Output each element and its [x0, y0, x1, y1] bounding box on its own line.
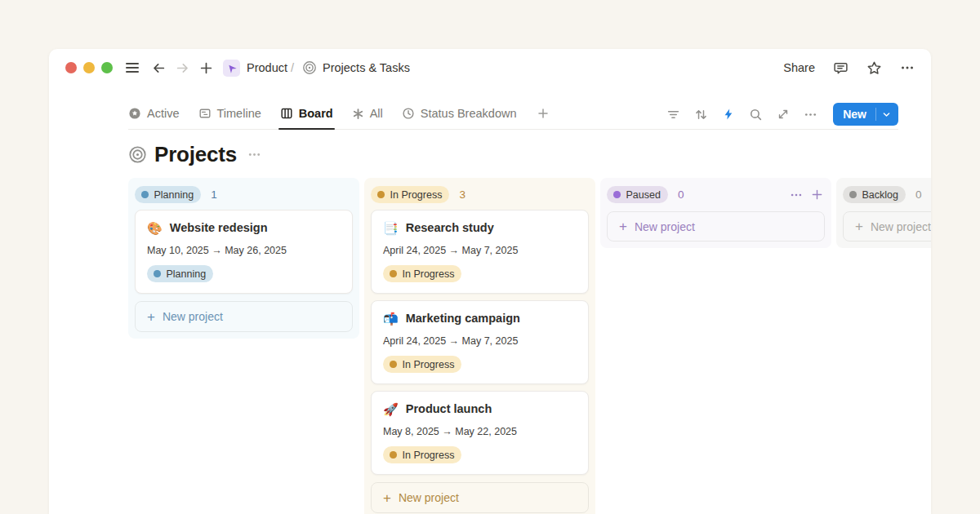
new-page-icon[interactable]: [199, 61, 213, 75]
status-dot: [377, 191, 385, 198]
plus-icon: +: [619, 219, 627, 233]
new-button[interactable]: New: [833, 103, 898, 126]
target-icon: [302, 60, 317, 75]
new-project-label: New project: [163, 310, 223, 323]
new-project-button[interactable]: + New project: [607, 211, 825, 241]
favorite-star-icon[interactable]: [866, 60, 882, 76]
sidebar-toggle-icon[interactable]: [126, 63, 139, 73]
status-pill-paused[interactable]: Paused: [607, 186, 668, 203]
chevron-down-icon[interactable]: [882, 110, 891, 119]
tab-board[interactable]: Board: [280, 100, 333, 129]
status-pill-planning[interactable]: Planning: [135, 186, 201, 203]
app-window: Product / Projects & Tasks Share Active: [49, 49, 931, 514]
tab-label: Status Breakdown: [421, 107, 517, 120]
breadcrumb-workspace[interactable]: Product: [247, 61, 287, 74]
card-status-badge: In Progress: [383, 446, 461, 463]
tab-label: Board: [299, 107, 333, 120]
clock-icon: [402, 107, 415, 120]
card-status-badge: Planning: [147, 265, 213, 282]
status-label: In Progress: [403, 450, 455, 461]
tab-label: Active: [147, 107, 180, 120]
column-header: Paused 0: [600, 178, 831, 203]
new-project-label: New project: [871, 220, 931, 233]
column-in-progress: In Progress 3 📑 Research study April 24,…: [364, 178, 595, 514]
traffic-lights: [65, 62, 113, 73]
new-project-button[interactable]: + New project: [843, 211, 931, 241]
status-dot: [390, 451, 397, 459]
add-view-icon[interactable]: [537, 100, 550, 129]
card-title: Marketing campaign: [406, 312, 520, 325]
sort-icon[interactable]: [694, 108, 708, 122]
status-pill-in-progress[interactable]: In Progress: [371, 186, 449, 203]
palette-icon: 🎨: [147, 222, 163, 234]
column-header: Backlog 0: [836, 178, 931, 203]
column-backlog: Backlog 0 + New project: [836, 178, 931, 248]
status-dot: [154, 270, 161, 277]
timeline-icon: [198, 107, 212, 120]
page-title-row: Projects: [128, 142, 851, 167]
column-paused: Paused 0 + New project: [600, 178, 831, 248]
column-add-icon[interactable]: [811, 188, 823, 201]
target-icon: [128, 145, 147, 164]
status-label: Planning: [154, 189, 194, 201]
column-header: In Progress 3: [364, 178, 595, 203]
filter-icon[interactable]: [666, 108, 680, 122]
star-circle-icon: [128, 107, 141, 120]
status-label: In Progress: [390, 189, 443, 201]
automations-icon[interactable]: [722, 108, 735, 121]
new-project-button[interactable]: + New project: [371, 482, 589, 513]
project-card-product-launch[interactable]: 🚀 Product launch May 8, 2025 → May 22, 2…: [371, 391, 589, 475]
expand-icon[interactable]: [777, 108, 790, 121]
share-button[interactable]: Share: [783, 61, 815, 74]
card-date-range: May 10, 2025 → May 26, 2025: [147, 245, 341, 256]
comments-icon[interactable]: [833, 60, 849, 76]
new-project-label: New project: [399, 491, 459, 504]
card-title: Website redesign: [170, 221, 268, 234]
workspace-logo-icon[interactable]: [223, 60, 240, 77]
rocket-icon: 🚀: [383, 403, 399, 415]
column-count: 0: [915, 188, 922, 201]
view-controls: New: [666, 103, 898, 126]
project-card-research-study[interactable]: 📑 Research study April 24, 2025 → May 7,…: [371, 210, 589, 294]
tab-timeline[interactable]: Timeline: [198, 100, 261, 129]
column-planning: Planning 1 🎨 Website redesign May 10, 20…: [128, 178, 359, 339]
column-count: 3: [459, 188, 466, 201]
more-options-icon[interactable]: [900, 60, 915, 75]
back-arrow-icon[interactable]: [152, 61, 166, 75]
tab-status-breakdown[interactable]: Status Breakdown: [402, 100, 517, 129]
card-title: Product launch: [406, 402, 492, 415]
new-project-button[interactable]: + New project: [135, 301, 353, 332]
project-card-website-redesign[interactable]: 🎨 Website redesign May 10, 2025 → May 26…: [135, 210, 353, 294]
status-dot: [141, 191, 149, 198]
status-label: Paused: [626, 189, 661, 201]
breadcrumb-page[interactable]: Projects & Tasks: [323, 61, 410, 74]
zoom-window-button[interactable]: [101, 62, 113, 73]
card-status-badge: In Progress: [383, 265, 461, 282]
card-status-badge: In Progress: [383, 356, 461, 373]
tab-all[interactable]: All: [352, 100, 383, 129]
tab-label: All: [370, 107, 383, 120]
status-dot: [390, 270, 397, 277]
card-date-range: April 24, 2025 → May 7, 2025: [383, 335, 577, 347]
forward-arrow-icon[interactable]: [176, 61, 189, 75]
status-label: Planning: [167, 268, 207, 280]
page-title[interactable]: Projects: [154, 142, 237, 167]
card-date-range: May 8, 2025 → May 22, 2025: [383, 426, 577, 437]
status-pill-backlog[interactable]: Backlog: [843, 186, 906, 203]
plus-icon: +: [855, 219, 863, 233]
project-card-marketing-campaign[interactable]: 📬 Marketing campaign April 24, 2025 → Ma…: [371, 300, 589, 384]
search-icon[interactable]: [749, 108, 763, 122]
status-label: Backlog: [862, 189, 898, 201]
status-label: In Progress: [403, 359, 455, 370]
card-title: Research study: [406, 221, 494, 234]
mailbox-icon: 📬: [383, 312, 399, 325]
minimize-window-button[interactable]: [83, 62, 95, 73]
tab-active[interactable]: Active: [128, 100, 180, 129]
close-window-button[interactable]: [65, 62, 77, 73]
card-date-range: April 24, 2025 → May 7, 2025: [383, 245, 577, 256]
column-more-icon[interactable]: [790, 188, 803, 202]
view-more-icon[interactable]: [804, 108, 817, 122]
status-dot: [849, 191, 857, 198]
plus-icon: +: [147, 310, 155, 324]
title-more-icon[interactable]: [247, 148, 261, 162]
